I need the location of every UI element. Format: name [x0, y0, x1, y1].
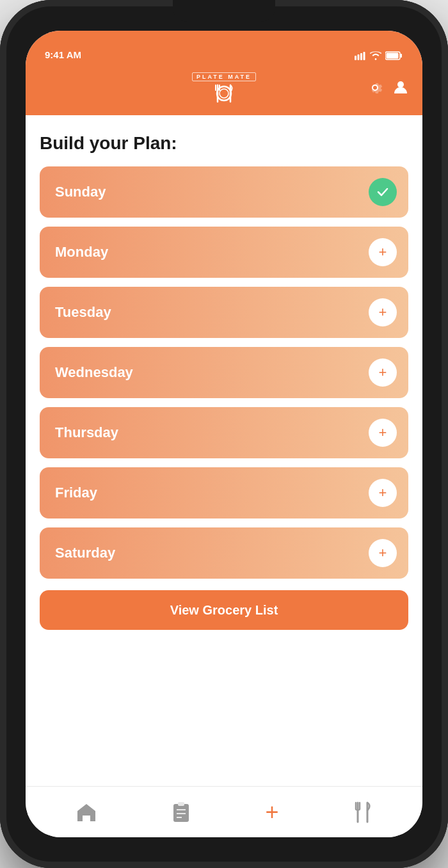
- grocery-list-button[interactable]: View Grocery List: [40, 590, 408, 630]
- plus-icon: +: [379, 486, 387, 500]
- battery-icon: [385, 51, 403, 60]
- nav-add[interactable]: +: [255, 796, 289, 829]
- day-label-monday: Monday: [55, 244, 108, 261]
- status-icons: [355, 51, 403, 60]
- status-time: 9:41 AM: [45, 49, 81, 60]
- day-card-monday[interactable]: Monday+: [40, 227, 408, 278]
- profile-icon[interactable]: [392, 79, 410, 101]
- plus-icon: +: [379, 546, 387, 560]
- svg-point-13: [397, 81, 404, 88]
- svg-rect-3: [364, 52, 365, 60]
- fork-knife-icon: [353, 801, 372, 823]
- clipboard-icon: [172, 801, 191, 823]
- notch: [173, 0, 275, 22]
- day-label-wednesday: Wednesday: [55, 364, 133, 381]
- svg-rect-2: [360, 53, 362, 60]
- day-btn-monday[interactable]: +: [369, 238, 397, 266]
- plus-icon: +: [379, 305, 387, 319]
- day-label-friday: Friday: [55, 485, 97, 501]
- page-title: Build your Plan:: [40, 133, 408, 154]
- svg-rect-6: [387, 53, 399, 59]
- day-btn-thursday[interactable]: +: [369, 419, 397, 447]
- wifi-icon: [370, 51, 381, 60]
- plus-icon: +: [379, 426, 387, 440]
- day-btn-wednesday[interactable]: +: [369, 358, 397, 387]
- day-label-tuesday: Tuesday: [55, 304, 111, 321]
- add-icon: +: [266, 801, 279, 824]
- plus-icon: +: [379, 245, 387, 259]
- brand-text: PLATE MATE: [192, 72, 256, 81]
- logo-icon: [211, 84, 237, 108]
- svg-rect-0: [355, 56, 356, 60]
- day-label-thursday: Thursday: [55, 424, 118, 441]
- day-card-saturday[interactable]: Saturday+: [40, 527, 408, 579]
- main-content: Build your Plan: SundayMonday+Tuesday+We…: [26, 115, 422, 786]
- day-card-friday[interactable]: Friday+: [40, 467, 408, 518]
- day-card-wednesday[interactable]: Wednesday+: [40, 347, 408, 398]
- nav-recipes[interactable]: [343, 796, 383, 828]
- plus-icon: +: [379, 366, 387, 380]
- bottom-nav: +: [26, 786, 422, 837]
- day-card-sunday[interactable]: Sunday: [40, 166, 408, 218]
- home-icon: [76, 802, 97, 823]
- day-btn-sunday[interactable]: [369, 178, 397, 206]
- day-btn-saturday[interactable]: +: [369, 539, 397, 567]
- day-card-thursday[interactable]: Thursday+: [40, 407, 408, 458]
- signal-icon: [355, 52, 366, 60]
- day-label-sunday: Sunday: [55, 184, 106, 200]
- app-header: PLATE MATE: [26, 64, 422, 115]
- nav-home[interactable]: [65, 797, 108, 828]
- svg-rect-1: [358, 54, 360, 60]
- header-right-icons: [366, 79, 410, 101]
- svg-rect-5: [401, 54, 403, 58]
- nav-list[interactable]: [161, 796, 201, 828]
- settings-icon[interactable]: [366, 79, 384, 101]
- days-container: SundayMonday+Tuesday+Wednesday+Thursday+…: [40, 166, 408, 579]
- day-label-saturday: Saturday: [55, 545, 115, 561]
- svg-rect-15: [178, 802, 184, 806]
- day-card-tuesday[interactable]: Tuesday+: [40, 287, 408, 338]
- status-bar: 9:41 AM: [26, 31, 422, 64]
- app-logo: PLATE MATE: [192, 72, 256, 108]
- day-btn-tuesday[interactable]: +: [369, 298, 397, 326]
- day-btn-friday[interactable]: +: [369, 479, 397, 507]
- svg-point-11: [220, 89, 228, 98]
- phone-frame: 9:41 AM: [0, 0, 448, 868]
- check-icon: [376, 185, 390, 199]
- phone-screen: 9:41 AM: [26, 31, 422, 837]
